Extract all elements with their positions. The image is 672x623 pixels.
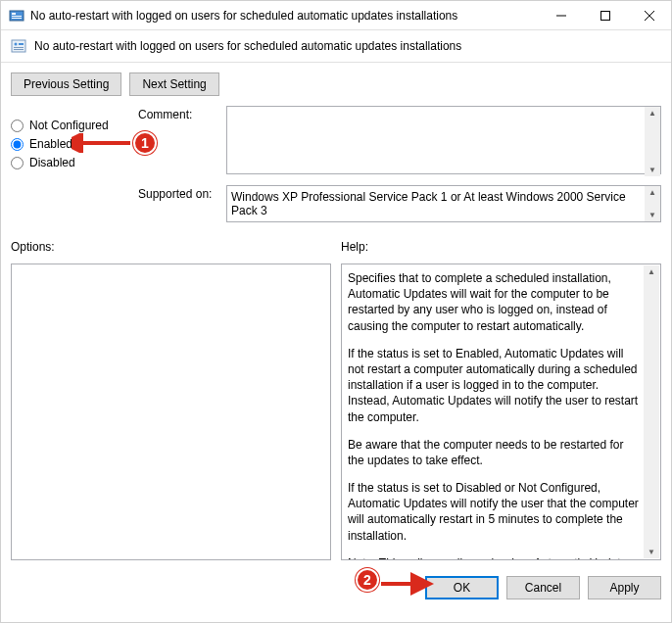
- policy-icon: [11, 38, 26, 54]
- next-setting-button[interactable]: Next Setting: [129, 72, 218, 96]
- radio-disabled-input[interactable]: [11, 157, 24, 169]
- scroll-up-icon: ▲: [648, 186, 656, 199]
- panes: Options: Help: Specifies that to complet…: [1, 240, 671, 568]
- apply-button[interactable]: Apply: [588, 576, 661, 599]
- comment-textarea[interactable]: [226, 106, 661, 174]
- cancel-button[interactable]: Cancel: [506, 576, 580, 599]
- window-title: No auto-restart with logged on users for…: [30, 9, 539, 23]
- svg-rect-5: [600, 11, 609, 20]
- scroll-down-icon: ▼: [648, 209, 656, 221]
- help-text: Specifies that to complete a scheduled i…: [348, 270, 643, 334]
- options-label: Options:: [11, 240, 331, 254]
- annotation-callout-1: 1: [133, 131, 157, 155]
- state-radios: Not Configured Enabled Disabled 1: [11, 106, 128, 230]
- radio-disabled[interactable]: Disabled: [11, 156, 128, 169]
- supported-label: Supported on:: [138, 185, 226, 222]
- annotation-callout-2: 2: [356, 568, 379, 592]
- supported-scrollbar[interactable]: ▲▼: [645, 186, 660, 221]
- annotation-arrow-1: [72, 133, 135, 153]
- maximize-button[interactable]: [583, 1, 627, 30]
- help-scrollbar[interactable]: ▲▼: [644, 265, 659, 558]
- svg-rect-8: [12, 40, 25, 52]
- options-pane: Options:: [11, 240, 331, 560]
- close-button[interactable]: [627, 1, 671, 30]
- svg-rect-3: [12, 18, 22, 19]
- help-text: Be aware that the computer needs to be r…: [348, 437, 643, 468]
- options-box: [11, 264, 331, 560]
- svg-rect-2: [12, 16, 22, 17]
- svg-rect-1: [12, 13, 16, 15]
- radio-disabled-label: Disabled: [29, 156, 75, 169]
- svg-rect-11: [14, 47, 24, 48]
- scroll-up-icon: ▲: [648, 265, 655, 278]
- supported-on-value: Windows XP Professional Service Pack 1 o…: [226, 185, 661, 222]
- nav-buttons: Previous Setting Next Setting: [1, 63, 671, 106]
- policy-title: No auto-restart with logged on users for…: [34, 39, 461, 53]
- help-label: Help:: [341, 240, 661, 254]
- radio-enabled-input[interactable]: [11, 138, 24, 151]
- radio-not-configured[interactable]: Not Configured: [11, 119, 128, 132]
- help-text: Note: This policy applies only when Auto…: [348, 555, 643, 560]
- help-text: If the status is set to Enabled, Automat…: [348, 346, 643, 425]
- gpedit-icon: [9, 8, 24, 24]
- titlebar: No auto-restart with logged on users for…: [1, 1, 671, 30]
- footer-buttons: 2 OK Cancel Apply: [1, 568, 671, 607]
- svg-rect-10: [19, 43, 24, 45]
- scroll-up-icon: ▲: [648, 107, 656, 120]
- config-area: Not Configured Enabled Disabled 1 Commen…: [1, 106, 671, 240]
- radio-enabled-label: Enabled: [29, 137, 72, 151]
- fields: Comment: ▲▼ Supported on: Windows XP Pro…: [138, 106, 661, 230]
- previous-setting-button[interactable]: Previous Setting: [11, 72, 121, 96]
- minimize-button[interactable]: [539, 1, 583, 30]
- svg-rect-12: [14, 49, 24, 50]
- help-box: Specifies that to complete a scheduled i…: [341, 264, 661, 560]
- svg-point-9: [15, 43, 18, 46]
- scroll-down-icon: ▼: [648, 164, 656, 176]
- radio-not-configured-label: Not Configured: [29, 119, 109, 132]
- policy-header: No auto-restart with logged on users for…: [1, 30, 671, 63]
- radio-not-configured-input[interactable]: [11, 120, 24, 132]
- help-text: If the status is set to Disabled or Not …: [348, 480, 643, 544]
- annotation-arrow-2: [379, 572, 438, 596]
- comment-scrollbar[interactable]: ▲▼: [645, 107, 660, 176]
- scroll-down-icon: ▼: [648, 546, 655, 558]
- help-pane: Help: Specifies that to complete a sched…: [341, 240, 661, 560]
